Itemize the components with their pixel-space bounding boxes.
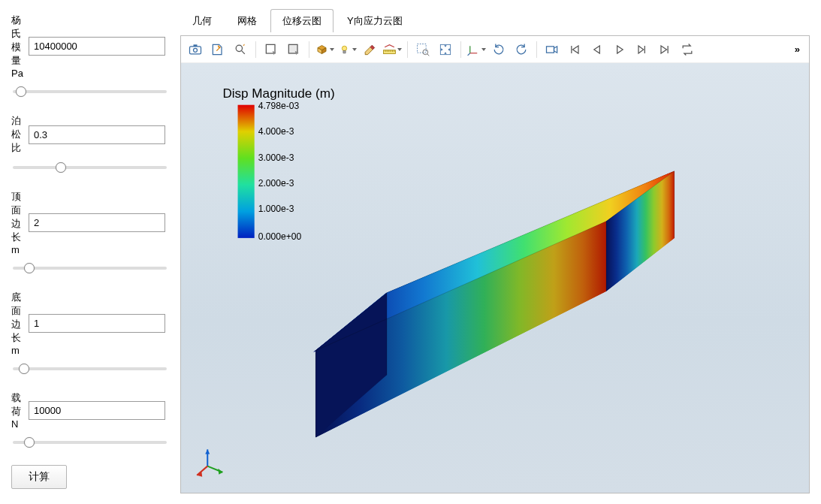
load-slider[interactable] <box>13 436 167 449</box>
svg-point-1 <box>194 48 198 52</box>
svg-text:2.000e-3: 2.000e-3 <box>258 178 294 189</box>
last-frame-icon[interactable] <box>655 40 675 59</box>
youngs-modulus-slider[interactable] <box>13 85 167 98</box>
top-edge-label: 顶面边长 m <box>11 190 29 255</box>
ruler-icon[interactable] <box>382 40 402 59</box>
toolbar-separator <box>407 41 408 58</box>
toolbar-separator <box>536 41 537 58</box>
svg-marker-30 <box>205 449 210 454</box>
bottom-edge-slider[interactable] <box>13 362 167 376</box>
toolbar-separator <box>460 41 461 58</box>
tab-displacement-contour[interactable]: 位移云图 <box>270 9 334 32</box>
bottom-edge-label: 底面边长 m <box>11 291 29 356</box>
legend-title: Disp Magnitude (m) <box>222 86 334 101</box>
svg-text:1.000e-3: 1.000e-3 <box>258 204 294 214</box>
top-edge-slider[interactable] <box>13 261 167 275</box>
tab-y-stress-contour[interactable]: Y向应力云图 <box>335 9 415 32</box>
select-face-icon[interactable] <box>284 40 303 59</box>
bottom-edge-input[interactable] <box>29 314 165 333</box>
svg-rect-2 <box>194 44 198 47</box>
play-icon[interactable] <box>610 40 629 59</box>
viewer: » <box>180 35 810 493</box>
legend-ticks: 4.798e-03 4.000e-3 3.000e-3 2.000e-3 1.0… <box>258 101 302 242</box>
load-label: 载荷 N <box>11 391 29 430</box>
svg-point-3 <box>236 45 242 51</box>
select-box-icon[interactable] <box>261 40 281 59</box>
sidebar: 杨氏模量 Pa 泊松比 顶面边长 m 底面边长 m <box>0 0 177 504</box>
render-scene: Disp Magnitude (m) 4.798e-03 4.000e-3 3.… <box>181 63 809 493</box>
svg-rect-8 <box>418 44 427 53</box>
export-icon[interactable] <box>208 40 228 59</box>
prev-frame-icon[interactable] <box>587 40 607 59</box>
next-frame-icon[interactable] <box>632 40 652 59</box>
render-canvas[interactable]: Disp Magnitude (m) 4.798e-03 4.000e-3 3.… <box>181 63 809 493</box>
poisson-ratio-slider[interactable] <box>13 161 167 174</box>
toolbar-separator <box>309 41 309 58</box>
toolbar-more-button[interactable]: » <box>790 44 804 55</box>
tab-geometry[interactable]: 几何 <box>180 9 224 32</box>
svg-text:4.000e-3: 4.000e-3 <box>258 126 294 137</box>
viewer-toolbar: » <box>181 36 809 63</box>
poisson-ratio-label: 泊松比 <box>11 114 29 155</box>
zoom-reset-icon[interactable] <box>231 40 250 59</box>
svg-text:3.000e-3: 3.000e-3 <box>258 152 294 163</box>
toolbar-separator <box>255 41 256 58</box>
lighting-icon[interactable] <box>337 40 357 59</box>
zoom-region-icon[interactable] <box>413 40 433 59</box>
legend-colorbar <box>238 105 255 238</box>
clear-icon[interactable] <box>360 40 379 59</box>
youngs-modulus-label: 杨氏模量 Pa <box>11 14 29 79</box>
loop-icon[interactable] <box>678 40 697 59</box>
rotate-ccw-icon[interactable] <box>512 40 531 59</box>
load-input[interactable] <box>29 401 165 420</box>
svg-point-6 <box>342 46 346 50</box>
youngs-modulus-input[interactable] <box>29 37 165 56</box>
svg-point-9 <box>423 50 428 55</box>
svg-text:4.798e-03: 4.798e-03 <box>258 101 300 111</box>
top-edge-input[interactable] <box>29 213 165 232</box>
tab-mesh[interactable]: 网格 <box>225 9 269 32</box>
screenshot-icon[interactable] <box>186 40 205 59</box>
camera-record-icon[interactable] <box>542 40 562 59</box>
svg-rect-11 <box>547 46 554 52</box>
poisson-ratio-input[interactable] <box>29 125 165 144</box>
fit-view-icon[interactable] <box>436 40 455 59</box>
axes-icon[interactable] <box>466 40 486 59</box>
svg-text:0.000e+00: 0.000e+00 <box>258 231 302 242</box>
render-mode-icon[interactable] <box>315 40 334 59</box>
axes-triad-icon <box>197 449 222 476</box>
rotate-cw-icon[interactable] <box>489 40 509 59</box>
tabs: 几何 网格 位移云图 Y向应力云图 <box>177 9 821 32</box>
calculate-button[interactable]: 计算 <box>11 465 67 489</box>
svg-rect-0 <box>190 46 201 53</box>
first-frame-icon[interactable] <box>565 40 584 59</box>
